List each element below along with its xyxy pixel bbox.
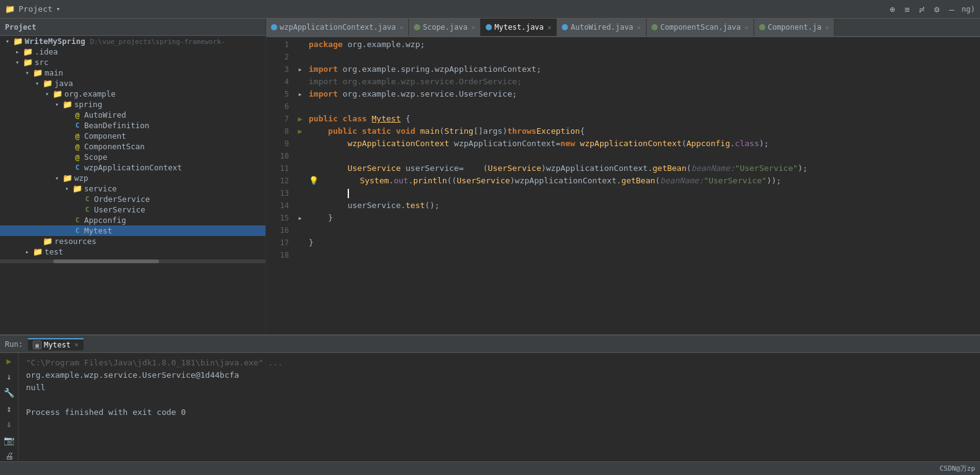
- cls-wzpctx-9: wzpApplicationContext: [348, 137, 449, 150]
- gutter-3[interactable]: ▸: [294, 63, 306, 76]
- sidebar-item-mytest[interactable]: C Mytest: [0, 225, 265, 236]
- tab-close-componentscan[interactable]: ✕: [744, 24, 749, 32]
- tab-close-scope[interactable]: ✕: [471, 24, 476, 32]
- label-component: Component: [83, 131, 126, 141]
- sidebar-item-orderService[interactable]: C OrderService: [0, 194, 265, 204]
- sidebar-item-test[interactable]: ▸ 📁 test: [0, 246, 265, 257]
- bulb-icon[interactable]: 💡: [309, 175, 319, 187]
- gutter-8[interactable]: ▶: [294, 125, 306, 137]
- bookmark-icon[interactable]: ≓: [917, 4, 927, 14]
- arrow-java: ▾: [32, 80, 42, 87]
- sidebar-item-wzp[interactable]: ▾ 📁 wzp: [0, 173, 265, 183]
- sidebar-item-appconfig[interactable]: C Appconfig: [0, 215, 265, 225]
- structure-icon[interactable]: ≡: [902, 4, 912, 14]
- tab-dot-autowired: [562, 24, 568, 30]
- ln-18: 18: [266, 249, 289, 261]
- run-scroll-down-icon[interactable]: ↕: [2, 403, 16, 414]
- sidebar-item-main[interactable]: ▾ 📁 main: [0, 68, 265, 78]
- ln-12: 12: [266, 175, 289, 187]
- run-sidebar: ▶ ↓ 🔧 ↕ ⇩ 📷 🖨: [0, 353, 19, 461]
- sidebar-item-component[interactable]: @ Component: [0, 131, 265, 141]
- var-userservice-14: userService: [348, 199, 401, 212]
- run-stop-icon[interactable]: ↓: [2, 372, 16, 383]
- project-title[interactable]: Project: [19, 4, 53, 14]
- sidebar-item-src[interactable]: ▾ 📁 src: [0, 57, 265, 68]
- tab-componentscan[interactable]: ComponentScan.java ✕: [647, 19, 754, 36]
- brace-open-7: {: [406, 113, 411, 125]
- label-scope: Scope: [83, 152, 108, 162]
- label-resources: resources: [53, 237, 97, 246]
- sidebar-item-scope[interactable]: @ Scope: [0, 152, 265, 162]
- gutter-7[interactable]: ▶: [294, 113, 306, 125]
- sidebar-item-orgExample[interactable]: ▾ 📁 org.example: [0, 89, 265, 99]
- sidebar: Project ▾ 📁 WriteMySpring D:\vue_project…: [0, 19, 266, 334]
- folder-icon-wzp: 📁: [62, 173, 73, 183]
- sidebar-header-label: Project: [5, 23, 37, 32]
- settings-icon[interactable]: ⚙: [932, 4, 942, 14]
- bottom-tab-mytest[interactable]: ▣ Mytest ✕: [28, 338, 84, 351]
- output-line-2: org.example.wzp.service.UserService@1d44…: [26, 369, 973, 381]
- nav-icon[interactable]: ⊕: [887, 4, 897, 14]
- method-getbean-11: getBean: [653, 162, 687, 175]
- sidebar-item-service[interactable]: ▾ 📁 service: [0, 183, 265, 194]
- bottom-panel: Run: ▣ Mytest ✕ ▶ ↓ 🔧 ↕ ⇩ 📷 🖨 "C:\Progra…: [0, 334, 980, 461]
- project-dropdown-icon[interactable]: ▾: [56, 5, 61, 13]
- folder-icon-main: 📁: [32, 68, 43, 77]
- tab-close-mytest[interactable]: ✕: [548, 24, 552, 32]
- class-icon-orderService: C: [82, 195, 93, 203]
- run-print-icon[interactable]: 🖨: [2, 450, 16, 461]
- sidebar-item-java[interactable]: ▾ 📁 java: [0, 78, 265, 89]
- tab-mytest[interactable]: Mytest.java ✕: [481, 19, 557, 36]
- status-csdn-label: CSDN@万zp: [940, 464, 975, 473]
- tab-wzpAppCtx[interactable]: wzpApplicationContext.java ✕: [266, 19, 409, 36]
- run-scroll-icon[interactable]: ⇩: [2, 419, 16, 430]
- label-wzp: wzp: [73, 173, 88, 183]
- run-camera-icon[interactable]: 📷: [2, 435, 16, 446]
- sidebar-item-beanDef[interactable]: C BeanDefinition: [0, 120, 265, 131]
- gutter-5[interactable]: ▸: [294, 88, 306, 100]
- code-line-15: }: [309, 212, 980, 224]
- sidebar-item-componentScan[interactable]: @ ComponentScan: [0, 141, 265, 152]
- code-lines[interactable]: package org.example.wzp; import org.exam…: [306, 37, 980, 334]
- sidebar-item-resources[interactable]: 📁 resources: [0, 236, 265, 246]
- tab-close-component[interactable]: ✕: [825, 24, 830, 32]
- folder-icon-writeMySpring: 📁: [12, 37, 24, 46]
- arrow-idea: ▸: [12, 48, 22, 55]
- editor-main: wzpApplicationContext.java ✕ Scope.java …: [266, 19, 980, 334]
- annotation-icon-scope: @: [72, 153, 83, 162]
- run-rerun-icon[interactable]: 🔧: [2, 387, 16, 398]
- run-play-icon[interactable]: ▶: [2, 355, 16, 367]
- tab-component[interactable]: Component.ja ✕: [754, 19, 835, 36]
- folder-icon-service: 📁: [72, 184, 83, 193]
- tab-close-wzpAppCtx[interactable]: ✕: [400, 24, 404, 32]
- tab-autowired[interactable]: AutoWired.java ✕: [557, 19, 647, 36]
- folder-icon-orgExample: 📁: [52, 89, 63, 98]
- sidebar-item-writeMySpring[interactable]: ▾ 📁 WriteMySpring D:\vue_projects\spring…: [0, 36, 265, 46]
- tab-close-autowired[interactable]: ✕: [637, 24, 642, 32]
- tab-scope[interactable]: Scope.java ✕: [409, 19, 481, 36]
- sidebar-item-spring[interactable]: ▾ 📁 spring: [0, 99, 265, 110]
- gutter-14: [294, 199, 306, 212]
- arrow-src: ▾: [12, 59, 22, 66]
- sidebar-header: Project: [0, 19, 265, 36]
- code-area[interactable]: 1 2 3 4 5 6 7 8 9 10 11 12 13 14: [266, 37, 980, 334]
- status-right: CSDN@万zp: [940, 464, 975, 473]
- project-folder-icon: 📁: [5, 4, 15, 14]
- sidebar-item-wzpAppCtx[interactable]: C wzpApplicationContext: [0, 162, 265, 173]
- gutter-15[interactable]: ▸: [294, 212, 306, 224]
- ln-7: 7: [266, 113, 289, 125]
- folder-icon-idea: 📁: [22, 47, 33, 56]
- method-getbean-12: getBean: [621, 175, 655, 187]
- ln-2: 2: [266, 51, 289, 63]
- sidebar-item-autoWired[interactable]: @ AutoWired: [0, 110, 265, 120]
- minimize-icon[interactable]: —: [947, 4, 956, 14]
- kw-static: static: [362, 125, 391, 137]
- annotation-icon-component: @: [72, 132, 83, 141]
- var-args: args: [483, 125, 502, 137]
- bottom-tab-close[interactable]: ✕: [74, 341, 79, 349]
- keyword-import-2: import: [309, 88, 338, 100]
- field-out: out: [393, 175, 408, 187]
- sidebar-item-userService[interactable]: C UserService: [0, 204, 265, 215]
- run-label: Run:: [5, 340, 23, 349]
- sidebar-item-idea[interactable]: ▸ 📁 .idea: [0, 46, 265, 57]
